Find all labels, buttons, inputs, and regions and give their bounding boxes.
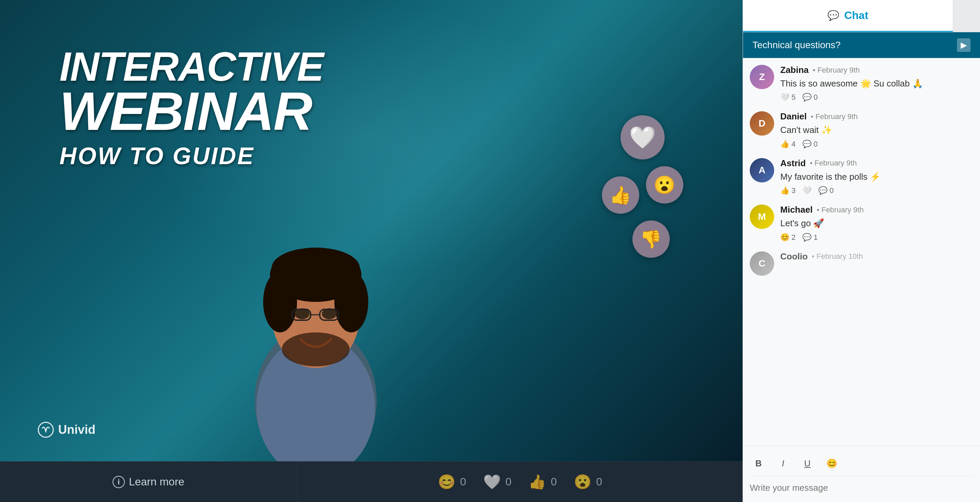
message-content-michael: Michael • February 9th Let's go 🚀 😊 2 💬 … [780,204,973,242]
smiley-emoji-icon: 😊 [438,473,455,490]
technical-banner-text: Technical questions? [752,40,841,51]
comment-count-daniel: 0 [813,140,818,148]
date-zabina: • February 9th [813,66,860,75]
video-player: INTERACTIVE WEBINAR HOW TO GUIDE [0,0,743,461]
message-content-astrid: Astrid • February 9th My favorite is the… [780,158,973,195]
heart-icon-astrid: 🤍 [802,186,811,195]
reactions-zabina: 🤍 5 💬 0 [780,93,973,102]
reactions-bar: 😊 0 🤍 0 👍 0 😮 0 [298,462,743,502]
format-emoji-button[interactable]: 😊 [823,454,841,472]
heart-count-zabina: 5 [791,93,795,102]
date-coolio: • February 10th [812,252,863,261]
thumbsup-count: 0 [551,475,557,488]
author-michael: Michael [780,204,813,215]
tab-chat[interactable]: 💬 Chat [743,0,953,32]
avatar-daniel: D [750,111,774,135]
emoji-counter: 😊 0 [438,473,466,490]
author-astrid: Astrid [780,158,806,169]
chat-message-input[interactable] [750,479,973,497]
heart-count: 0 [506,475,512,488]
heart-counter: 🤍 0 [483,473,512,490]
message-michael: M Michael • February 9th Let's go 🚀 😊 2 … [750,204,973,242]
chat-tab-icon: 💬 [827,10,839,21]
thumbsup-reaction-daniel[interactable]: 👍 4 [780,140,795,148]
format-toolbar: B I U 😊 [750,451,973,476]
emoji-reaction-michael[interactable]: 😊 2 [780,233,795,242]
message-content-daniel: Daniel • February 9th Can't wait ✨ 👍 4 💬… [780,111,973,148]
comment-count-zabina: 0 [813,93,818,102]
thumbsup-counter: 👍 0 [528,473,557,490]
svg-point-7 [272,248,360,288]
comment-icon-daniel: 💬 [802,140,811,148]
emoji-icon-michael: 😊 [780,233,789,242]
avatar-zabina: Z [750,65,774,89]
learn-more-button[interactable]: i Learn more [113,475,185,488]
univid-logo-text: Univid [58,422,95,437]
format-bold-button[interactable]: B [750,454,767,472]
avatar-astrid: A [750,158,774,182]
heart-reaction-bubble: 🤍 [620,115,665,159]
comment-reaction-daniel[interactable]: 💬 0 [802,140,818,148]
comment-count-astrid: 0 [829,186,834,195]
thumbsup-count-astrid: 3 [791,186,795,195]
message-header-daniel: Daniel • February 9th [780,111,973,122]
main-area: INTERACTIVE WEBINAR HOW TO GUIDE [0,0,743,502]
reactions-daniel: 👍 4 💬 0 [780,140,973,148]
message-header-michael: Michael • February 9th [780,204,973,215]
comment-reaction-zabina[interactable]: 💬 0 [802,93,818,102]
video-title-line2: WEBINAR [59,87,323,135]
thumbsup-icon-astrid: 👍 [780,186,789,195]
thinking-emoji-icon: 😮 [574,473,592,490]
learn-more-section: i Learn more [0,462,298,502]
comment-icon-michael: 💬 [802,233,811,242]
text-astrid: My favorite is the polls ⚡ [780,171,973,183]
reactions-michael: 😊 2 💬 1 [780,233,973,242]
message-header-astrid: Astrid • February 9th [780,158,973,169]
author-coolio: Coolio [780,251,808,262]
thinking-counter: 😮 0 [574,473,602,490]
chat-sidebar: 💬 Chat Technical questions? ▶ Z Zabina •… [743,0,980,502]
thumbsup-reaction-astrid[interactable]: 👍 3 [780,186,795,195]
message-astrid: A Astrid • February 9th My favorite is t… [750,158,973,195]
thumbsup-icon-daniel: 👍 [780,140,789,148]
banner-expand-icon[interactable]: ▶ [957,38,970,52]
thumbsup-emoji-icon: 👍 [528,473,546,490]
text-michael: Let's go 🚀 [780,217,973,229]
message-content-zabina: Zabina • February 9th This is so awesome… [780,65,973,102]
tab-partial [953,0,980,32]
comment-icon-zabina: 💬 [802,93,811,102]
univid-logo: Univid [37,421,95,438]
text-zabina: This is so awesome 🌟 Su collab 🙏 [780,77,973,89]
technical-questions-banner: Technical questions? ▶ [743,32,980,58]
learn-more-label: Learn more [129,475,185,488]
like-reaction-bubble: 👍 [602,176,639,214]
format-italic-button[interactable]: I [774,454,792,472]
thumbsup-count-daniel: 4 [791,140,795,148]
avatar-michael: M [750,204,774,229]
message-zabina: Z Zabina • February 9th This is so aweso… [750,65,973,102]
info-icon: i [113,476,125,488]
comment-reaction-michael[interactable]: 💬 1 [802,233,818,242]
reactions-astrid: 👍 3 🤍 💬 0 [780,186,973,195]
video-title-overlay: INTERACTIVE WEBINAR HOW TO GUIDE [59,46,323,170]
heart-icon-zabina: 🤍 [780,93,789,102]
heart-emoji-icon: 🤍 [483,473,501,490]
video-subtitle: HOW TO GUIDE [59,142,323,170]
format-underline-button[interactable]: U [799,454,816,472]
reaction-bubbles-overlay: 🤍 👍 😮 👎 [602,115,683,258]
author-zabina: Zabina [780,65,809,75]
message-content-coolio: Coolio • February 10th [780,251,973,276]
heart-reaction-zabina[interactable]: 🤍 5 [780,93,795,102]
date-michael: • February 9th [816,206,864,214]
thumbsdown-reaction-bubble: 👎 [632,220,670,258]
emoji-count-michael: 2 [791,233,795,242]
heart-reaction-astrid[interactable]: 🤍 [802,186,811,195]
message-header-coolio: Coolio • February 10th [780,251,973,262]
message-header-zabina: Zabina • February 9th [780,65,973,75]
svg-point-8 [282,332,350,367]
comment-count-michael: 1 [813,233,818,242]
date-daniel: • February 9th [811,112,858,121]
text-daniel: Can't wait ✨ [780,124,973,136]
message-coolio: C Coolio • February 10th [750,251,973,276]
comment-reaction-astrid[interactable]: 💬 0 [818,186,834,195]
